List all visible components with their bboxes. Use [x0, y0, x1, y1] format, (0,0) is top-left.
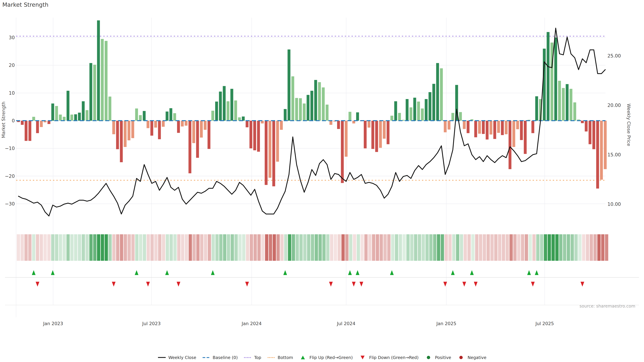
heatmap-cell — [139, 234, 142, 261]
left-tick-label: 30 — [9, 35, 15, 40]
heatmap-cell — [212, 234, 215, 261]
strength-bar — [86, 110, 88, 121]
strength-bar — [379, 121, 382, 148]
right-axis-ticks: 25.0020.0015.0010.00 — [608, 53, 621, 207]
strength-bar — [253, 121, 256, 150]
strength-bar — [101, 39, 104, 121]
heatmap-cell — [448, 234, 452, 261]
heatmap-cell — [101, 234, 104, 261]
heatmap-cell — [181, 234, 184, 261]
heatmap-cell — [521, 234, 524, 261]
strength-bar — [108, 96, 111, 121]
heatmap-cell — [299, 234, 303, 261]
heatmap-cell — [437, 234, 440, 261]
strength-bar — [55, 106, 58, 121]
strength-bar — [295, 98, 298, 121]
flip-down-icon — [112, 282, 116, 287]
strength-bar — [448, 121, 450, 130]
strength-bar — [215, 102, 218, 121]
flip-up-icon — [470, 270, 474, 275]
heatmap-cell — [318, 234, 322, 261]
strength-bar — [516, 121, 519, 129]
heatmap-cell — [380, 234, 383, 261]
legend-triangle-down-icon — [358, 355, 367, 360]
heatmap-cell — [471, 234, 474, 261]
strength-bar — [592, 121, 595, 149]
strength-bar — [306, 95, 310, 121]
strength-bar — [386, 121, 390, 144]
strength-bar — [596, 121, 599, 189]
x-tick-label: Jul 2025 — [535, 321, 554, 326]
strength-bar — [368, 121, 370, 128]
strength-bar — [425, 99, 428, 121]
heatmap-cell — [372, 234, 375, 261]
strength-bar — [444, 121, 446, 132]
left-tick-label: −30 — [5, 201, 15, 207]
strength-bar — [40, 121, 43, 127]
heatmap-cell — [296, 234, 299, 261]
heatmap-cell — [250, 234, 253, 261]
legend-line-icon — [158, 355, 166, 360]
legend-dots-icon — [243, 355, 252, 360]
heatmap-cell — [510, 234, 513, 261]
heatmap-cell — [265, 234, 268, 261]
right-tick-label: 20.00 — [608, 103, 621, 108]
strength-bar — [566, 84, 568, 121]
strength-bar — [604, 121, 606, 169]
heatmap-cell — [570, 234, 574, 261]
strength-bar — [322, 87, 325, 121]
strength-bar — [78, 113, 81, 121]
x-tick-label: Jan 2025 — [436, 321, 456, 326]
heatmap-cell — [154, 234, 158, 261]
heatmap-cell — [303, 234, 306, 261]
strength-bar — [177, 121, 180, 133]
heatmap-cell — [353, 234, 356, 261]
strength-bar — [74, 114, 77, 121]
heatmap-cell — [215, 234, 219, 261]
heatmap-cell — [349, 234, 352, 261]
heatmap-cell — [406, 234, 410, 261]
heatmap-cell — [280, 234, 284, 261]
flip-down-icon — [462, 282, 466, 287]
strength-bar — [314, 80, 317, 121]
flip-up-icon — [135, 270, 138, 275]
heatmap-cell — [567, 234, 570, 261]
heatmap-cell — [36, 234, 39, 261]
heatmap-cell — [391, 234, 394, 261]
market-strength-page: Market Strength 3020100−10−20−3025.0020.… — [0, 0, 644, 362]
strength-bar — [299, 98, 302, 121]
heatmap-cell — [32, 234, 36, 261]
strength-bar — [192, 121, 195, 143]
heatmap-cell — [185, 234, 188, 261]
strength-bar — [32, 117, 35, 121]
strength-bar — [246, 121, 248, 127]
heatmap-cell — [62, 234, 66, 261]
strength-bar — [105, 41, 108, 121]
legend-dashes-icon — [202, 355, 211, 360]
heatmap-cell — [605, 234, 608, 261]
heatmap-cell — [414, 234, 418, 261]
heatmap-cell — [105, 234, 108, 261]
heatmap-cell — [234, 234, 238, 261]
strength-bar — [250, 121, 252, 148]
heatmap-cell — [590, 234, 593, 261]
strength-bar — [562, 88, 565, 121]
strength-bar — [330, 121, 332, 125]
heatmap-cell — [338, 234, 341, 261]
heatmap-cell — [311, 234, 314, 261]
heatmap-cell — [532, 234, 536, 261]
heatmap-cell — [441, 234, 444, 261]
heatmap-cell — [66, 234, 70, 261]
heatmap-cell — [204, 234, 207, 261]
strength-bar — [223, 86, 226, 121]
strength-bar — [547, 32, 550, 121]
legend-item: Negative — [457, 355, 486, 360]
heatmap-cell — [559, 234, 562, 261]
strength-bar — [318, 82, 321, 121]
left-tick-label: 0 — [12, 118, 15, 123]
flip-down-icon — [245, 282, 249, 287]
flip-down-icon — [360, 282, 363, 287]
heatmap-cell — [494, 234, 498, 261]
heatmap-cell — [86, 234, 89, 261]
strength-bar — [166, 111, 168, 121]
